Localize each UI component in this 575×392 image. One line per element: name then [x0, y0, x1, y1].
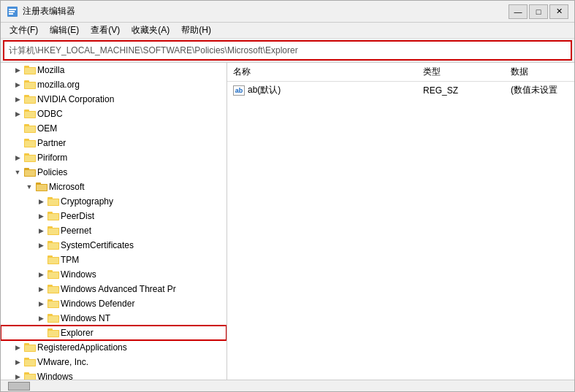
expand-btn-microsoft[interactable]: ▼ — [24, 182, 34, 192]
expand-btn-windowsnt[interactable]: ▶ — [36, 313, 46, 323]
folder-icon-nvidia — [24, 94, 36, 104]
tree-item-partner[interactable]: Partner — [1, 136, 226, 150]
expand-btn-tpm[interactable] — [36, 255, 46, 265]
tree-label-windows2: Windows — [37, 372, 73, 380]
tree-label-watp: Windows Advanced Threat Pr — [61, 284, 176, 294]
folder-icon-peerdist — [47, 211, 59, 221]
svg-rect-43 — [48, 199, 58, 205]
expand-btn-peernet[interactable]: ▶ — [36, 226, 46, 236]
value-data-0: (数值未设置 — [511, 84, 568, 96]
expand-btn-mozilla[interactable]: ▶ — [12, 65, 23, 75]
expand-btn-piriform[interactable]: ▶ — [12, 153, 23, 163]
tree-label-windows: Windows — [61, 269, 96, 280]
expand-btn-systemcerts[interactable]: ▶ — [36, 240, 46, 250]
folder-icon-policies — [24, 167, 36, 177]
minimize-button[interactable]: — — [509, 4, 528, 19]
svg-rect-39 — [37, 185, 47, 191]
tree-item-windowsnt[interactable]: ▶ Windows NT — [1, 311, 226, 326]
tree-label-windowsnt: Windows NT — [61, 313, 110, 323]
tree-item-watp[interactable]: ▶ Windows Advanced Threat Pr — [1, 282, 226, 296]
tree-item-policies[interactable]: ▼ Policies — [1, 165, 226, 180]
value-row-0[interactable]: abab(默认)REG_SZ(数值未设置 — [227, 82, 574, 99]
tree-item-mozilla-org[interactable]: ▶ mozilla.org — [1, 77, 226, 92]
value-type-0: REG_SZ — [423, 85, 511, 96]
maximize-button[interactable]: □ — [529, 4, 548, 19]
tree-label-oem: OEM — [37, 123, 57, 134]
tree-item-odbc[interactable]: ▶ ODBC — [1, 107, 226, 121]
expand-btn-peerdist[interactable]: ▶ — [36, 211, 46, 221]
tree-item-windows[interactable]: ▶ Windows — [1, 267, 226, 282]
tree-label-piriform: Piriform — [37, 153, 67, 163]
svg-rect-79 — [48, 331, 58, 337]
tree-item-nvidia[interactable]: ▶ NVIDIA Corporation — [1, 92, 226, 107]
tree-item-mozilla[interactable]: ▶ Mozilla — [1, 63, 226, 77]
registry-tree: ▶ Mozilla▶ mozilla.org▶ NVIDIA Corporati… — [1, 63, 226, 380]
menu-edit[interactable]: 编辑(E) — [44, 23, 85, 38]
menu-favorites[interactable]: 收藏夹(A) — [126, 23, 175, 38]
expand-btn-windefender[interactable]: ▶ — [36, 299, 46, 309]
svg-rect-23 — [25, 126, 35, 132]
tree-panel: ▶ Mozilla▶ mozilla.org▶ NVIDIA Corporati… — [1, 63, 227, 380]
svg-rect-1 — [9, 9, 16, 10]
folder-icon-registeredapps — [24, 342, 36, 353]
values-panel: 名称 类型 数据 abab(默认)REG_SZ(数值未设置 — [227, 63, 574, 380]
tree-item-windefender[interactable]: ▶ Windows Defender — [1, 296, 226, 311]
folder-icon-windowsnt — [47, 313, 59, 323]
expand-btn-odbc[interactable]: ▶ — [12, 109, 23, 119]
tree-label-partner: Partner — [37, 138, 66, 148]
menu-file[interactable]: 文件(F) — [4, 23, 44, 38]
app-icon — [7, 6, 18, 18]
value-name-text-0: ab(默认) — [248, 84, 281, 96]
svg-rect-55 — [48, 243, 58, 249]
tree-item-vmware[interactable]: ▶ VMware, Inc. — [1, 355, 226, 369]
expand-btn-mozilla-org[interactable]: ▶ — [12, 80, 23, 90]
svg-rect-59 — [48, 258, 58, 264]
expand-btn-oem[interactable] — [12, 123, 23, 134]
tree-item-registeredapps[interactable]: ▶ RegisteredApplications — [1, 340, 226, 355]
tree-item-systemcerts[interactable]: ▶ SystemCertificates — [1, 238, 226, 253]
svg-rect-31 — [25, 155, 35, 161]
expand-btn-nvidia[interactable]: ▶ — [12, 94, 23, 104]
tree-item-peerdist[interactable]: ▶ PeerDist — [1, 209, 226, 223]
tree-label-nvidia: NVIDIA Corporation — [37, 94, 114, 104]
tree-item-piriform[interactable]: ▶ Piriform — [1, 150, 226, 165]
svg-rect-87 — [25, 360, 35, 366]
tree-item-windows2[interactable]: ▶ Windows — [1, 369, 226, 380]
folder-icon-odbc — [24, 109, 36, 119]
folder-icon-partner — [24, 138, 36, 148]
svg-rect-3 — [9, 13, 13, 15]
menu-bar: 文件(F) 编辑(E) 查看(V) 收藏夹(A) 帮助(H) — [1, 23, 574, 39]
bottom-scrollbar[interactable] — [1, 380, 574, 391]
address-bar[interactable]: 计算机\HKEY_LOCAL_MACHINE\SOFTWARE\Policies… — [4, 41, 571, 60]
header-name: 名称 — [233, 66, 423, 78]
expand-btn-partner[interactable] — [12, 138, 23, 148]
menu-view[interactable]: 查看(V) — [85, 23, 126, 38]
expand-btn-vmware[interactable]: ▶ — [12, 357, 23, 367]
tree-item-microsoft[interactable]: ▼ Microsoft — [1, 180, 226, 194]
tree-label-tpm: TPM — [61, 255, 79, 265]
tree-label-peernet: Peernet — [61, 226, 91, 236]
svg-rect-75 — [48, 316, 58, 322]
expand-btn-cryptography[interactable]: ▶ — [36, 196, 46, 207]
menu-help[interactable]: 帮助(H) — [175, 23, 217, 38]
tree-label-mozilla-org: mozilla.org — [37, 80, 80, 90]
tree-item-tpm[interactable]: TPM — [1, 253, 226, 267]
tree-item-peernet[interactable]: ▶ Peernet — [1, 223, 226, 238]
expand-btn-policies[interactable]: ▼ — [12, 167, 23, 177]
expand-btn-windows2[interactable]: ▶ — [12, 372, 23, 380]
folder-icon-watp — [47, 284, 59, 294]
expand-btn-explorer[interactable] — [36, 328, 46, 338]
scrollbar-thumb[interactable] — [8, 382, 30, 391]
close-button[interactable]: ✕ — [549, 4, 568, 19]
tree-item-cryptography[interactable]: ▶ Cryptography — [1, 194, 226, 209]
expand-btn-registeredapps[interactable]: ▶ — [12, 342, 23, 353]
expand-btn-watp[interactable]: ▶ — [36, 284, 46, 294]
expand-btn-windows[interactable]: ▶ — [36, 269, 46, 280]
tree-label-microsoft: Microsoft — [49, 182, 85, 192]
tree-item-oem[interactable]: OEM — [1, 121, 226, 136]
tree-item-explorer[interactable]: Explorer — [1, 326, 226, 340]
tree-label-policies: Policies — [37, 167, 67, 177]
window-title: 注册表编辑器 — [23, 5, 75, 18]
tree-label-cryptography: Cryptography — [61, 196, 113, 207]
svg-rect-35 — [25, 170, 35, 176]
